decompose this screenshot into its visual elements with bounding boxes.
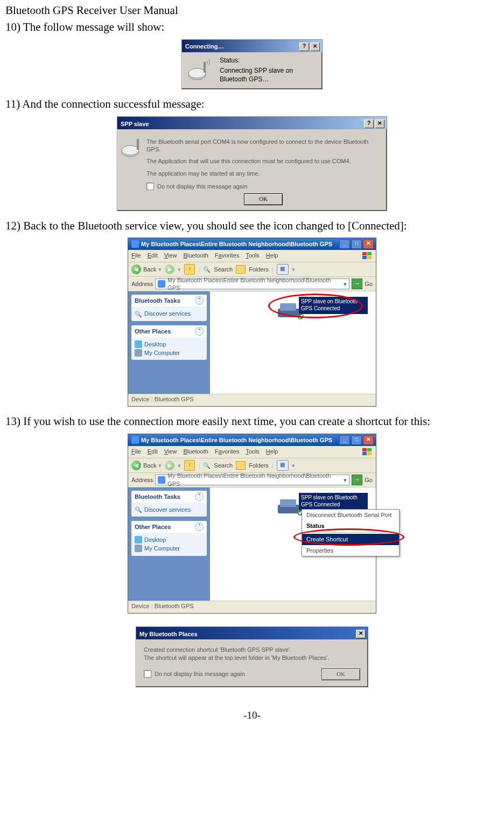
mycomputer-link[interactable]: My Computer — [135, 545, 204, 552]
forward-button[interactable]: ► — [165, 264, 174, 274]
do-not-display-checkbox[interactable] — [146, 183, 154, 190]
discover-services-link[interactable]: 🔍 Discover services — [135, 506, 204, 513]
ok-button[interactable]: OK — [321, 668, 360, 680]
views-button[interactable]: ▦ — [277, 264, 289, 275]
collapse-icon[interactable]: ˄ — [195, 327, 204, 336]
back-icon: ◄ — [131, 461, 141, 470]
menu-view[interactable]: View — [164, 448, 177, 456]
search-icon: 🔍 — [203, 462, 211, 469]
spp-line2: The Application that will use this conne… — [146, 157, 380, 165]
folders-icon — [236, 265, 246, 274]
explorer2-titlebar: My Bluetooth Places\Entire Bluetooth Nei… — [128, 434, 376, 446]
desktop-link[interactable]: Desktop — [135, 536, 204, 544]
back-button[interactable]: ◄ Back ▾ — [131, 461, 162, 470]
menu-favorites[interactable]: Favorites — [215, 448, 239, 456]
menu-help[interactable]: Help — [266, 252, 278, 260]
discover-label: Discover services — [144, 310, 191, 317]
address-chevron-icon[interactable]: ▾ — [344, 476, 347, 484]
mycomputer-link[interactable]: My Computer — [135, 349, 204, 357]
forward-button[interactable]: ► — [165, 461, 174, 470]
do-not-display-label: Do not display this message again — [155, 670, 245, 678]
menu-file[interactable]: File — [131, 448, 141, 456]
main-pane: SPP slave on Bluetooth GPS Connected — [210, 291, 376, 394]
folders-button[interactable]: Folders — [249, 266, 269, 273]
highlight-annotation — [268, 294, 363, 318]
spp-line1: The Bluetooth serial port COM4 is now co… — [146, 138, 380, 154]
up-button[interactable]: ↑ — [184, 264, 195, 275]
help-button[interactable]: ? — [364, 120, 374, 128]
minimize-button[interactable]: _ — [339, 435, 350, 445]
views-button[interactable]: ▦ — [277, 460, 289, 471]
maximize-button[interactable]: □ — [351, 435, 362, 445]
svg-point-1 — [188, 68, 206, 78]
address-bar: Address My Bluetooth Places\Entire Bluet… — [128, 277, 376, 291]
menu-edit[interactable]: Edit — [148, 252, 158, 260]
search-button[interactable]: Search — [214, 266, 233, 273]
maximize-button[interactable]: □ — [351, 239, 362, 249]
menu-tools[interactable]: Tools — [246, 448, 260, 456]
folders-button[interactable]: Folders — [249, 462, 269, 469]
page-number: -10- — [5, 709, 499, 722]
help-button[interactable]: ? — [299, 43, 309, 51]
mycomputer-label: My Computer — [144, 349, 180, 357]
computer-icon — [135, 349, 142, 357]
discover-label: Discover services — [144, 506, 191, 513]
search-button[interactable]: Search — [214, 462, 233, 469]
do-not-display-checkbox[interactable] — [144, 670, 151, 678]
collapse-icon[interactable]: ˄ — [195, 492, 204, 501]
search-icon: 🔍 — [135, 506, 142, 513]
windows-flag-icon — [362, 252, 373, 260]
search-icon: 🔍 — [135, 310, 142, 318]
info-titlebar: My Bluetooth Places ✕ — [136, 627, 368, 639]
ok-button[interactable]: OK — [244, 193, 283, 205]
ctx-disconnect[interactable]: Disconnect Bluetooth Serial Port — [302, 510, 399, 520]
step-13-text: 13) If you wish to use the connection mo… — [5, 414, 499, 429]
status-label: Status: — [220, 57, 317, 65]
menu-help[interactable]: Help — [266, 448, 278, 456]
svg-rect-5 — [137, 139, 139, 150]
discover-services-link[interactable]: 🔍 Discover services — [135, 310, 204, 317]
address-label: Address — [131, 280, 153, 288]
toolbar: ◄ Back ▾ ► ▾ ↑ | 🔍 Search Folders | ▦ ▾ — [128, 458, 376, 473]
menu-view[interactable]: View — [164, 252, 177, 260]
menu-tools[interactable]: Tools — [246, 252, 260, 260]
menu-file[interactable]: FFileile — [131, 252, 141, 260]
menubar: FFileile Edit View Bluetooth Favorites T… — [128, 250, 376, 262]
go-button[interactable]: → — [352, 475, 362, 485]
windows-flag-icon — [362, 448, 373, 456]
spp-line3: The application may be started at any ti… — [146, 170, 380, 177]
back-button[interactable]: ◄ Back ▾ — [131, 264, 162, 274]
collapse-icon[interactable]: ˄ — [195, 522, 204, 531]
close-button[interactable]: ✕ — [375, 120, 384, 128]
close-button[interactable]: ✕ — [310, 43, 320, 51]
folders-icon — [236, 461, 246, 470]
explorer2-title: My Bluetooth Places\Entire Bluetooth Nei… — [141, 436, 332, 444]
menu-bluetooth[interactable]: Bluetooth — [183, 252, 208, 260]
close-button[interactable]: ✕ — [356, 630, 366, 638]
svg-rect-18 — [280, 499, 296, 507]
address-input[interactable]: My Bluetooth Places\Entire Bluetooth Nei… — [155, 278, 349, 289]
main-pane: SPP slave on Bluetooth GPS Connected Dis… — [210, 487, 376, 601]
svg-rect-7 — [367, 252, 372, 255]
address-bar: Address My Bluetooth Places\Entire Bluet… — [128, 473, 376, 487]
collapse-icon[interactable]: ˄ — [195, 296, 204, 305]
close-button[interactable]: ✕ — [363, 239, 374, 249]
ctx-properties[interactable]: Properties — [302, 545, 399, 556]
menu-bluetooth[interactable]: Bluetooth — [183, 448, 208, 456]
mycomputer-label: My Computer — [144, 545, 180, 552]
bluetooth-icon — [158, 476, 165, 484]
close-button[interactable]: ✕ — [363, 435, 374, 445]
other-places-panel-title: Other Places — [135, 328, 171, 335]
minimize-button[interactable]: _ — [339, 239, 350, 249]
menu-favorites[interactable]: Favorites — [215, 252, 239, 260]
svg-rect-9 — [367, 256, 372, 259]
address-chevron-icon[interactable]: ▾ — [344, 280, 347, 288]
go-button[interactable]: → — [352, 278, 362, 289]
desktop-link[interactable]: Desktop — [135, 340, 204, 348]
up-button[interactable]: ↑ — [184, 460, 195, 471]
bluetooth-icon — [158, 280, 165, 288]
back-label: Back — [143, 462, 156, 469]
desktop-icon — [135, 536, 142, 544]
menu-edit[interactable]: Edit — [148, 448, 158, 456]
address-input[interactable]: My Bluetooth Places\Entire Bluetooth Nei… — [155, 475, 349, 485]
